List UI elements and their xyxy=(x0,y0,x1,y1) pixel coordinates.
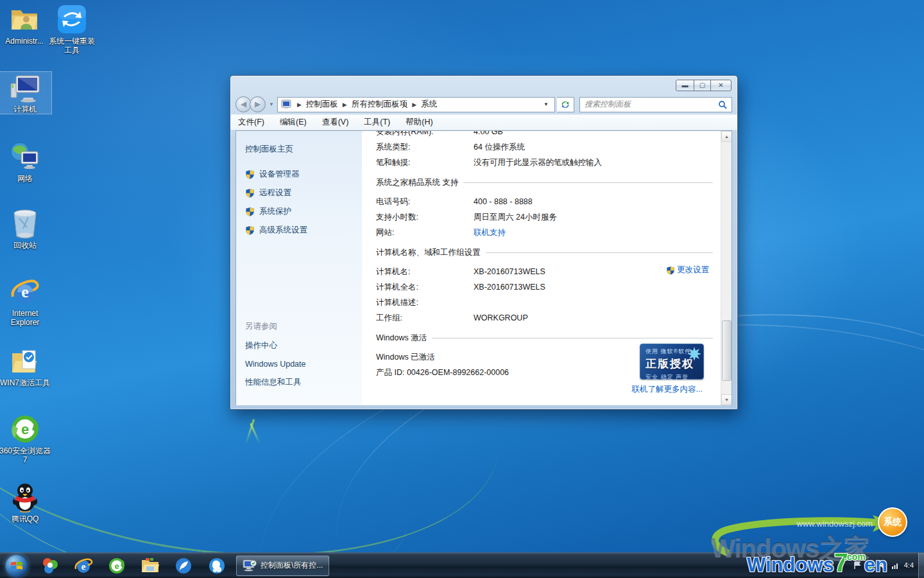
taskbar-internet-explorer-button[interactable]: e xyxy=(67,553,100,578)
breadcrumb-control-panel[interactable]: 控制面板 xyxy=(304,98,340,110)
info-row: 工作组: WORKGROUP xyxy=(376,310,713,326)
show-desktop-button[interactable] xyxy=(918,553,924,578)
address-bar[interactable]: ▶ 控制面板 ▶ 所有控制面板项 ▶ 系统 ▼ xyxy=(277,97,555,112)
network-icon[interactable] xyxy=(891,561,900,570)
desktop-icon-computer[interactable]: 计算机 xyxy=(0,72,51,114)
action-center-flag-icon[interactable] xyxy=(853,561,861,570)
security-shield-check-icon[interactable] xyxy=(866,561,874,570)
tray-clock[interactable]: 4:4 xyxy=(904,561,914,569)
recent-pages-dropdown-icon[interactable]: ▼ xyxy=(269,101,274,107)
online-support-link[interactable]: 联机支持 xyxy=(474,227,506,238)
info-label: 电话号码: xyxy=(376,197,474,207)
desktop-icon-administrator[interactable]: Administr... xyxy=(0,4,51,46)
info-row: 支持小时数: 周日至周六 24小时服务 xyxy=(376,209,713,225)
svg-text:e: e xyxy=(21,283,29,301)
address-dropdown-icon[interactable]: ▼ xyxy=(539,101,553,107)
info-value: 没有可用于此显示器的笔或触控输入 xyxy=(474,157,602,168)
info-value: 400 - 888 - 8888 xyxy=(474,197,533,206)
search-input[interactable]: 搜索控制面板 xyxy=(579,97,732,112)
taskbar-active-task-control-panel[interactable]: 控制面板\所有控... xyxy=(236,556,329,576)
active-task-label: 控制面板\所有控... xyxy=(261,560,323,571)
desktop-icon-internet-explorer[interactable]: e Internet Explorer xyxy=(0,276,51,327)
windows-flag-icon xyxy=(10,559,23,572)
close-button[interactable]: ✕ xyxy=(710,80,732,91)
svg-text:e: e xyxy=(81,561,86,572)
pinwheel-app-icon xyxy=(41,557,59,575)
sidebar-item-control-panel-home[interactable]: 控制面板主页 xyxy=(245,144,362,155)
desktop-icon-one-key-reinstall[interactable]: 系统一键重装工具 xyxy=(46,4,98,55)
maximize-button[interactable]: ▢ xyxy=(694,80,711,91)
desktop-icon-label: Administr... xyxy=(0,37,51,46)
info-label: 网站: xyxy=(376,227,474,238)
genuine-software-badge[interactable]: 使用 微软®软件 正版授权 安全 稳定 声誉 xyxy=(640,344,704,380)
section-rule xyxy=(486,252,714,253)
activation-status: Windows 已激活 xyxy=(376,352,435,363)
computer-name-section: 计算机名称、域和工作组设置 更改设置 计算机名: XB-20160713WELS… xyxy=(376,247,713,326)
svg-text:e: e xyxy=(114,561,119,571)
scroll-up-arrow[interactable]: ▲ xyxy=(721,131,732,142)
desktop-icon-tencent-qq[interactable]: 腾讯QQ xyxy=(0,482,51,523)
computer-icon xyxy=(10,72,40,103)
wallpaper-grass-accent xyxy=(250,423,261,444)
menu-tools[interactable]: 工具(T) xyxy=(364,117,390,128)
section-rule xyxy=(432,338,713,338)
scroll-down-arrow[interactable]: ▼ xyxy=(721,394,732,405)
start-button[interactable] xyxy=(5,554,28,577)
sidebar-item-performance-tools[interactable]: 性能信息和工具 xyxy=(245,377,306,388)
refresh-icon xyxy=(561,100,570,109)
scrollbar-thumb[interactable] xyxy=(722,320,732,381)
taskbar-pinwheel-app-button[interactable] xyxy=(33,553,67,578)
genuine-star-icon xyxy=(687,346,701,360)
taskbar-feather-browser-button[interactable] xyxy=(167,553,200,578)
learn-more-online-link[interactable]: 联机了解更多内容... xyxy=(632,384,703,395)
sidebar-item-remote-settings[interactable]: 远程设置 xyxy=(245,188,362,198)
control-panel-icon xyxy=(281,100,293,109)
breadcrumb-all-items[interactable]: 所有控制面板项 xyxy=(350,98,410,110)
menu-help[interactable]: 帮助(H) xyxy=(406,117,432,128)
forward-button[interactable]: ▶ xyxy=(250,96,266,112)
folder-user-icon xyxy=(9,4,40,35)
taskbar-cloud-q-browser-button[interactable] xyxy=(200,553,234,578)
svg-text:e: e xyxy=(21,421,29,437)
taskbar-360-browser-button[interactable]: e xyxy=(100,553,133,578)
info-row: 计算机描述: xyxy=(376,295,713,310)
sidebar-item-advanced-system-settings[interactable]: 高级系统设置 xyxy=(245,225,362,236)
badge-line3: 安全 稳定 声誉 xyxy=(646,373,699,381)
breadcrumb-arrow-icon: ▶ xyxy=(295,101,304,108)
windows-activation-section: Windows 激活 Windows 已激活 产品 ID: 00426-OEM-… xyxy=(376,333,713,380)
search-icon[interactable] xyxy=(718,100,727,109)
sidebar-item-system-protection[interactable]: 系统保护 xyxy=(245,206,362,217)
info-label: 系统类型: xyxy=(376,142,474,153)
breadcrumb-system[interactable]: 系统 xyxy=(419,98,439,110)
info-label: 笔和触摸: xyxy=(376,157,474,168)
uac-shield-icon xyxy=(245,207,255,216)
folder-icon xyxy=(141,557,160,574)
menu-view[interactable]: 查看(V) xyxy=(322,117,349,128)
desktop-icon-label: 网络 xyxy=(0,174,51,183)
menu-bar: 文件(F) 编辑(E) 查看(V) 工具(T) 帮助(H) xyxy=(230,114,737,130)
refresh-button[interactable] xyxy=(557,97,574,112)
support-section: 系统之家精品系统 支持 电话号码: 400 - 888 - 8888 支持小时数… xyxy=(376,177,713,240)
sidebar-item-action-center[interactable]: 操作中心 xyxy=(245,340,306,351)
menu-file[interactable]: 文件(F) xyxy=(238,117,264,128)
sidebar-item-label: 设备管理器 xyxy=(259,169,300,180)
vertical-scrollbar[interactable]: ▲ ▼ xyxy=(721,131,732,405)
info-value: XB-20160713WELS xyxy=(474,267,545,276)
desktop-icon-network[interactable]: 网络 xyxy=(0,141,51,183)
minimize-button[interactable]: ▬ xyxy=(676,80,694,91)
desktop-icon-360-browser[interactable]: e 360安全浏览器7 xyxy=(0,414,51,464)
taskbar-explorer-button[interactable] xyxy=(133,553,167,578)
info-row: 安装内存(RAM): 4.00 GB xyxy=(376,131,713,139)
window-titlebar[interactable]: ▬ ▢ ✕ xyxy=(230,76,737,94)
info-value: XB-20160713WELS xyxy=(474,283,545,292)
menu-edit[interactable]: 编辑(E) xyxy=(280,117,307,128)
navigation-bar: ◀ ▶ ▼ ▶ 控制面板 ▶ 所有控制面板项 ▶ 系统 ▼ 搜索控制面板 xyxy=(230,94,737,114)
change-settings-link[interactable]: 更改设置 xyxy=(666,265,709,276)
desktop-icon-win7-activator[interactable]: WIN7激活工具 xyxy=(0,346,51,387)
desktop-icon-recycle-bin[interactable]: 回收站 xyxy=(0,208,51,250)
sidebar-item-windows-update[interactable]: Windows Update xyxy=(245,360,306,369)
sidebar-item-device-manager[interactable]: 设备管理器 xyxy=(245,169,362,180)
breadcrumb-arrow-icon: ▶ xyxy=(409,101,419,108)
product-id: 产品 ID: 00426-OEM-8992662-00006 xyxy=(376,367,509,378)
volume-icon[interactable] xyxy=(878,561,887,570)
